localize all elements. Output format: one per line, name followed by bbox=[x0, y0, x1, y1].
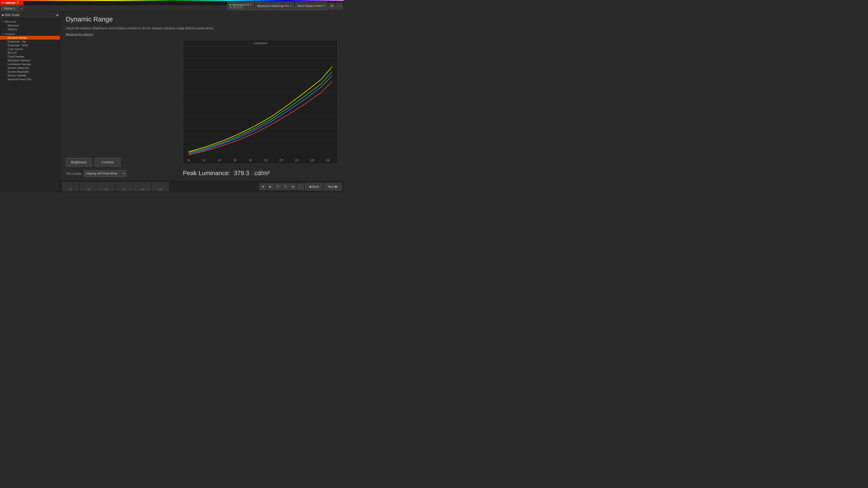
device-selector-3[interactable]: Direct Display Control ▼ bbox=[295, 2, 328, 10]
thumbnail-4[interactable]: 108 bbox=[134, 182, 151, 191]
device-selector-1[interactable]: SpectraCal C6 ▼ LG G4 OLED bbox=[227, 2, 254, 10]
thumb-label-4: 108 bbox=[141, 188, 144, 191]
peak-luminance-label: Peak Luminance: bbox=[183, 169, 230, 176]
sidebar-item-analysis-section[interactable]: ▼ Analysis bbox=[0, 32, 60, 36]
test-levels-select-wrapper: Clipping with Peak White Standard Custom… bbox=[84, 170, 126, 177]
play-button[interactable]: ▶ bbox=[267, 184, 274, 190]
sidebar-item-3d-lut[interactable]: 3D LUT bbox=[0, 51, 60, 55]
thumbnail-2[interactable]: 103 bbox=[98, 182, 115, 191]
skip-back-button[interactable]: ⏮ bbox=[290, 184, 296, 190]
device-name-3: Direct Display Control bbox=[297, 4, 322, 7]
device-dot-1 bbox=[229, 4, 231, 6]
sidebar: SDR Toolkit ◀ ▼ Welcome Welcome Options bbox=[0, 12, 60, 192]
device2-dropdown[interactable]: ▼ bbox=[290, 5, 292, 7]
back-arrow-button[interactable]: ← bbox=[297, 184, 304, 190]
svg-text:106: 106 bbox=[310, 158, 314, 162]
device3-dropdown[interactable]: ▼ bbox=[323, 5, 326, 7]
stop-button[interactable]: ■ bbox=[259, 184, 266, 190]
contrast-button[interactable]: Contrast bbox=[95, 158, 121, 166]
app-bar: ✦ calman ▼ SpectraCal C6 ▼ LG G4 OLED Sp… bbox=[0, 0, 343, 12]
sidebar-item-luminance-sweeps[interactable]: Luminance Sweeps bbox=[0, 62, 60, 66]
sidebar-item-dynamic-range[interactable]: Dynamic Range bbox=[0, 36, 60, 40]
settings-icon: ⚙ bbox=[330, 4, 333, 8]
next-chevron-icon: ▶ bbox=[335, 185, 338, 188]
sidebar-item-screen-stability[interactable]: Screen Stability bbox=[0, 73, 60, 77]
device-selector-2[interactable]: SpectraCal VideoForge Pro ▼ bbox=[255, 2, 294, 10]
svg-text:96: 96 bbox=[234, 158, 237, 162]
sidebar-item-grayscale-multi[interactable]: Grayscale - Multi bbox=[0, 43, 60, 47]
skip-back-icon: ⏮ bbox=[291, 185, 294, 188]
sidebar-item-welcome-section[interactable]: ▼ Welcome bbox=[0, 20, 60, 24]
peak-luminance-unit: cd/m² bbox=[254, 169, 270, 176]
hold-icon: H bbox=[277, 185, 279, 188]
refresh-button[interactable]: ↺ bbox=[282, 184, 289, 190]
back-arrow-icon: ← bbox=[299, 185, 302, 188]
svg-text:92: 92 bbox=[203, 158, 206, 162]
sidebar-item-color-gamut[interactable]: Color Gamut bbox=[0, 47, 60, 51]
brightness-button[interactable]: Brightness bbox=[66, 158, 92, 166]
next-button[interactable]: Next ▶ bbox=[324, 183, 342, 191]
device-sub-1: LG G4 OLED bbox=[229, 6, 252, 9]
thumbnail-1[interactable]: 100 bbox=[80, 182, 97, 191]
sidebar-item-screen-uniformity[interactable]: Screen Uniformity bbox=[0, 66, 60, 70]
add-tab-button[interactable]: + bbox=[19, 6, 24, 11]
controls-row: Brightness Contrast bbox=[66, 158, 179, 166]
svg-text:90: 90 bbox=[187, 158, 190, 162]
play-icon: ▶ bbox=[270, 185, 272, 188]
sidebar-item-welcome[interactable]: Welcome bbox=[0, 24, 60, 27]
sidebar-item-welcome-label: Welcome bbox=[7, 24, 19, 27]
next-button-label: Next bbox=[328, 185, 334, 188]
sidebar-header: SDR Toolkit ◀ bbox=[0, 12, 60, 19]
test-levels-select[interactable]: Clipping with Peak White Standard Custom bbox=[84, 170, 126, 177]
sidebar-item-saturation-sweeps-label: Saturation Sweeps bbox=[7, 59, 30, 62]
sidebar-item-screen-angularity[interactable]: Screen Angularity bbox=[0, 70, 60, 73]
thumbnail-3[interactable]: 107 bbox=[116, 182, 133, 191]
tab-history-1[interactable]: History 1 bbox=[1, 6, 18, 11]
sidebar-item-spectral-power-dist[interactable]: Spectral Power Dist. bbox=[0, 77, 60, 81]
sidebar-item-color-gamut-label: Color Gamut bbox=[7, 47, 23, 51]
sidebar-dot bbox=[2, 14, 4, 16]
sidebar-item-spectral-power-dist-label: Spectral Power Dist. bbox=[7, 78, 32, 80]
sidebar-item-screen-angularity-label: Screen Angularity bbox=[7, 70, 29, 73]
right-panel: Luminance bbox=[183, 40, 338, 177]
stop-icon: ■ bbox=[262, 185, 264, 188]
luminance-chart: 90 92 94 96 98 100 102 104 106 108 bbox=[183, 46, 338, 164]
sidebar-item-grayscale-multi-label: Grayscale - Multi bbox=[7, 44, 28, 47]
sidebar-item-grayscale-2pt-label: Grayscale - 2pt bbox=[7, 40, 26, 43]
device-name-2: SpectraCal VideoForge Pro bbox=[257, 4, 289, 7]
test-levels-row: Test Levels: Clipping with Peak White St… bbox=[66, 170, 179, 177]
settings-button[interactable]: ⚙ bbox=[329, 3, 335, 9]
thumbnail-0[interactable]: 96 bbox=[62, 182, 79, 191]
page-content: Dynamic Range Adjust the display's Brigh… bbox=[60, 12, 343, 181]
analysis-arrow-icon: ▼ bbox=[2, 33, 4, 35]
sidebar-item-dynamic-range-label: Dynamic Range bbox=[7, 36, 27, 39]
tab-history-1-label: History 1 bbox=[4, 7, 15, 10]
bottom-strip: 96 100 103 107 108 109 ■ ▶ bbox=[60, 181, 343, 192]
top-right-controls: SpectraCal C6 ▼ LG G4 OLED SpectraCal Vi… bbox=[227, 0, 343, 12]
nav-controls: ■ ▶ H ↺ ⏮ ← ◀ Back bbox=[259, 183, 342, 191]
sidebar-item-grayscale-2pt[interactable]: Grayscale - 2pt bbox=[0, 40, 60, 43]
svg-text:98: 98 bbox=[249, 158, 252, 162]
chart-title: Luminance bbox=[183, 40, 338, 46]
back-button[interactable]: ◀ Back bbox=[305, 183, 323, 191]
sidebar-item-screen-stability-label: Screen Stability bbox=[7, 74, 26, 77]
logo-dropdown-arrow[interactable]: ▼ bbox=[17, 1, 19, 4]
sidebar-title: SDR Toolkit bbox=[5, 13, 19, 17]
svg-text:104: 104 bbox=[295, 158, 299, 162]
sidebar-item-saturation-sweeps[interactable]: Saturation Sweeps bbox=[0, 59, 60, 62]
sidebar-item-options-label: Options bbox=[7, 28, 17, 31]
sidebar-item-colorchecker[interactable]: ColorChecker bbox=[0, 55, 60, 59]
left-panel: Brightness Contrast Test Levels: Clippin… bbox=[66, 40, 179, 177]
device1-dropdown[interactable]: ▼ bbox=[250, 3, 252, 6]
calman-logo-icon: ✦ bbox=[2, 1, 4, 4]
analysis-section-label: Analysis bbox=[5, 33, 15, 35]
sidebar-collapse-button[interactable]: ◀ bbox=[56, 13, 58, 17]
device-name-1: SpectraCal C6 bbox=[232, 3, 249, 6]
thumb-label-1: 100 bbox=[87, 188, 90, 191]
collapse-right-button[interactable]: ‹ bbox=[336, 3, 343, 9]
thumbnail-5[interactable]: 109 bbox=[152, 182, 169, 191]
sidebar-item-options[interactable]: Options bbox=[0, 27, 60, 31]
sidebar-item-luminance-sweeps-label: Luminance Sweeps bbox=[7, 63, 31, 66]
measure-for-clipping-link[interactable]: Measure for clipping bbox=[66, 33, 338, 36]
hold-button[interactable]: H bbox=[275, 184, 281, 190]
